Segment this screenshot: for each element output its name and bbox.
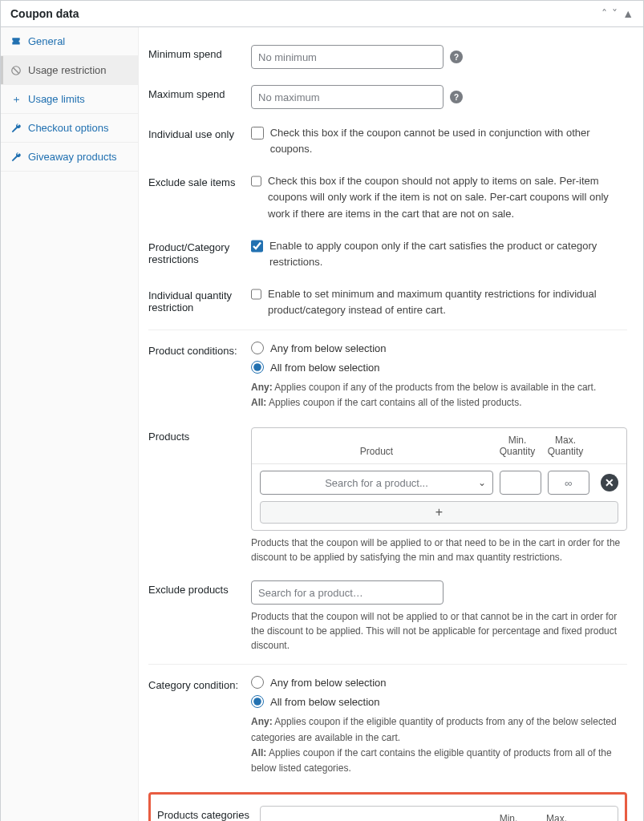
panel-controls: ˄ ˅ ▲ xyxy=(601,7,634,20)
field-desc: Enable to apply coupon only if the cart … xyxy=(269,238,627,270)
tab-usage-restriction[interactable]: Usage restriction xyxy=(1,56,138,85)
radio-label: All from below selection xyxy=(270,362,380,374)
min-spend-input[interactable] xyxy=(251,45,444,69)
field-label: Category condition: xyxy=(148,676,251,691)
field-desc: Enable to set minimum and maximum quanti… xyxy=(268,286,627,318)
coupon-data-panel: Coupon data ˄ ˅ ▲ General Usage restrict… xyxy=(0,0,644,821)
tab-usage-limits[interactable]: ＋ Usage limits xyxy=(1,85,138,114)
categories-table: Category Min.Quantity Max.Quantity acces… xyxy=(260,806,618,821)
product-cond-all-radio[interactable] xyxy=(251,361,264,374)
tab-label: General xyxy=(28,35,65,47)
help-icon[interactable]: ? xyxy=(450,51,463,63)
panel-up-icon[interactable]: ˄ xyxy=(601,7,607,20)
tab-label: Usage limits xyxy=(28,93,85,105)
field-label: Individual use only xyxy=(148,125,251,140)
wrench-icon xyxy=(10,152,22,163)
field-individual-use: Individual use only Check this box if th… xyxy=(148,117,627,165)
product-cond-any-radio[interactable] xyxy=(251,342,264,354)
field-indiv-qty: Individual quantity restriction Enable t… xyxy=(148,278,627,326)
category-cond-any-radio[interactable] xyxy=(251,676,264,689)
products-desc: Products that the coupon will be applied… xyxy=(251,536,627,564)
tab-giveaway-products[interactable]: Giveaway products xyxy=(1,143,138,172)
field-desc: Check this box if the coupon should not … xyxy=(268,173,627,221)
add-product-row-button[interactable]: + xyxy=(260,501,618,524)
remove-row-button[interactable]: ✕ xyxy=(601,474,618,491)
panel-title: Coupon data xyxy=(10,7,79,20)
category-cond-help: Any: Applies coupon if the eligible quan… xyxy=(251,714,627,776)
max-spend-input[interactable] xyxy=(251,85,444,109)
block-icon xyxy=(10,65,22,76)
col-header-max: Max.Quantity xyxy=(541,435,589,458)
col-header-min: Min.Quantity xyxy=(484,813,533,821)
wrench-icon xyxy=(10,123,22,134)
indiv-qty-checkbox[interactable] xyxy=(251,288,261,301)
field-label: Minimum spend xyxy=(148,45,251,60)
radio-label: Any from below selection xyxy=(270,342,387,354)
products-table: Product Min.Quantity Max.Quantity Search… xyxy=(251,427,627,532)
exclude-products-desc: Products that the coupon will not be app… xyxy=(251,609,627,653)
panel-body: General Usage restriction ＋ Usage limits… xyxy=(1,27,643,821)
help-icon[interactable]: ? xyxy=(450,91,463,103)
min-qty-input[interactable] xyxy=(500,471,541,495)
tab-checkout-options[interactable]: Checkout options xyxy=(1,114,138,143)
main-content: Minimum spend ? Maximum spend ? Individu… xyxy=(139,27,643,821)
col-header-product: Product xyxy=(260,446,493,457)
svg-line-1 xyxy=(14,67,19,73)
field-max-spend: Maximum spend ? xyxy=(148,77,627,117)
field-exclude-sale: Exclude sale items Check this box if the… xyxy=(148,165,627,229)
field-label: Maximum spend xyxy=(148,85,251,100)
field-label: Product/Category restrictions xyxy=(148,238,251,265)
plus-icon: ＋ xyxy=(10,94,22,105)
panel-collapse-icon[interactable]: ▲ xyxy=(622,7,634,20)
exclude-sale-checkbox[interactable] xyxy=(251,175,261,188)
field-label: Products xyxy=(148,427,251,443)
prod-cat-restrict-checkbox[interactable] xyxy=(251,240,263,253)
product-row: Search for a product... ⌄ ∞ ✕ xyxy=(252,464,626,501)
exclude-products-input[interactable] xyxy=(251,580,444,605)
divider xyxy=(148,664,627,665)
panel-header: Coupon data ˄ ˅ ▲ xyxy=(1,1,643,27)
individual-use-checkbox[interactable] xyxy=(251,127,264,140)
ticket-icon xyxy=(10,36,22,47)
field-exclude-products: Exclude products Products that the coupo… xyxy=(148,572,627,661)
max-qty-input[interactable]: ∞ xyxy=(548,471,589,495)
col-header-min: Min.Quantity xyxy=(493,435,541,458)
field-label: Products categories xyxy=(157,806,260,821)
settings-sidebar: General Usage restriction ＋ Usage limits… xyxy=(1,27,139,821)
panel-down-icon[interactable]: ˅ xyxy=(612,7,618,20)
field-label: Individual quantity restriction xyxy=(148,286,251,313)
field-label: Exclude products xyxy=(148,580,251,596)
radio-label: All from below selection xyxy=(270,696,380,708)
tab-label: Checkout options xyxy=(28,122,108,134)
product-select[interactable]: Search for a product... ⌄ xyxy=(260,471,493,495)
field-products: Products Product Min.Quantity Max.Quanti… xyxy=(148,419,627,573)
field-product-categories: Products categories Category Min.Quantit… xyxy=(157,803,618,821)
product-cond-help: Any: Applies coupon if any of the produc… xyxy=(251,380,627,410)
col-header-max: Max.Quantity xyxy=(533,813,581,821)
field-label: Exclude sale items xyxy=(148,173,251,188)
field-product-conditions: Product conditions: Any from below selec… xyxy=(148,334,627,419)
radio-label: Any from below selection xyxy=(270,677,387,689)
tab-general[interactable]: General xyxy=(1,27,138,56)
field-desc: Check this box if the coupon cannot be u… xyxy=(270,125,627,157)
field-category-condition: Category condition: Any from below selec… xyxy=(148,668,627,784)
field-label: Product conditions: xyxy=(148,342,251,357)
tab-label: Giveaway products xyxy=(28,151,117,163)
highlighted-section: Products categories Category Min.Quantit… xyxy=(148,792,627,821)
tab-label: Usage restriction xyxy=(28,64,107,76)
divider xyxy=(148,330,627,330)
chevron-down-icon: ⌄ xyxy=(478,477,486,488)
field-min-spend: Minimum spend ? xyxy=(148,37,627,77)
category-cond-all-radio[interactable] xyxy=(251,695,264,708)
field-prod-cat-restrict: Product/Category restrictions Enable to … xyxy=(148,230,627,278)
